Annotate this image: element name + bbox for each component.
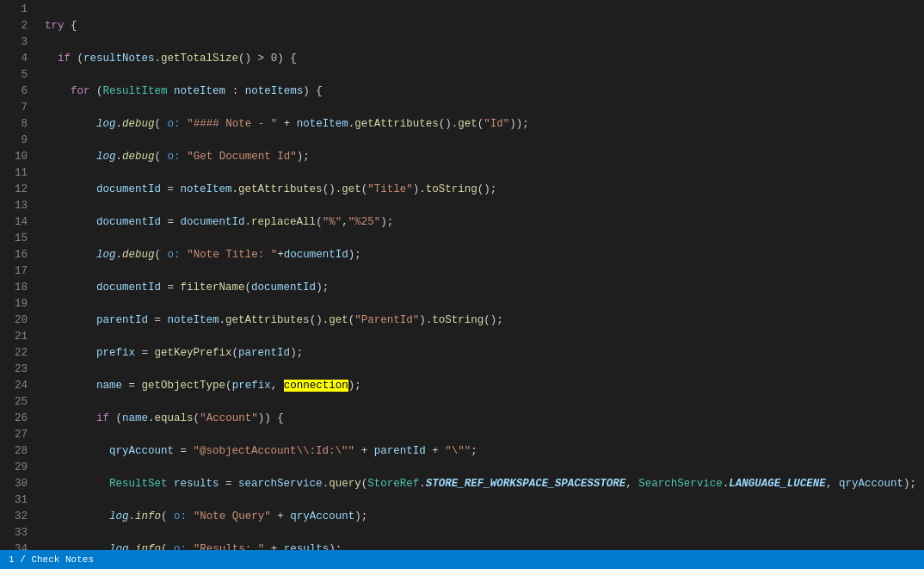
code-line: qryAccount = "@sobjectAccount\\:Id:\"" +…: [45, 443, 924, 460]
code-line: log.info( o: "Note Query" + qryAccount);: [45, 509, 924, 525]
code-content[interactable]: try { if (resultNotes.getTotalSize() > 0…: [36, 0, 924, 550]
code-line: log.debug( o: "#### Note - " + noteItem.…: [45, 116, 924, 133]
breadcrumb-text: 1 / Check Notes: [9, 554, 94, 565]
code-line: for (ResultItem noteItem : noteItems) {: [45, 83, 924, 100]
code-line: if (resultNotes.getTotalSize() > 0) {: [45, 51, 924, 67]
code-line: documentId = filterName(documentId);: [45, 280, 924, 296]
code-line: prefix = getKeyPrefix(parentId);: [45, 345, 924, 362]
code-line: name = getObjectType(prefix, connection)…: [45, 378, 924, 394]
code-line: log.debug( o: "Note Title: "+documentId)…: [45, 247, 924, 263]
line-numbers: 1 2 3 4 5 6 7 8 9 10 11 12 13 14 15 16 1…: [0, 0, 36, 550]
code-line: parentId = noteItem.getAttributes().get(…: [45, 312, 924, 329]
code-line: documentId = noteItem.getAttributes().ge…: [45, 182, 924, 198]
code-area[interactable]: 1 2 3 4 5 6 7 8 9 10 11 12 13 14 15 16 1…: [0, 0, 924, 550]
editor-container: 1 2 3 4 5 6 7 8 9 10 11 12 13 14 15 16 1…: [0, 0, 924, 569]
code-line: log.debug( o: "Get Document Id");: [45, 149, 924, 165]
status-breadcrumb: 1 / Check Notes: [9, 554, 94, 565]
code-line: documentId = documentId.replaceAll("%","…: [45, 214, 924, 231]
code-line: try {: [45, 18, 924, 34]
status-bar: 1 / Check Notes: [0, 550, 924, 569]
code-line: ResultSet results = searchService.query(…: [45, 476, 924, 492]
code-line: if (name.equals("Account")) {: [45, 411, 924, 427]
code-line: log.info( o: "Results: " + results);: [45, 541, 924, 550]
